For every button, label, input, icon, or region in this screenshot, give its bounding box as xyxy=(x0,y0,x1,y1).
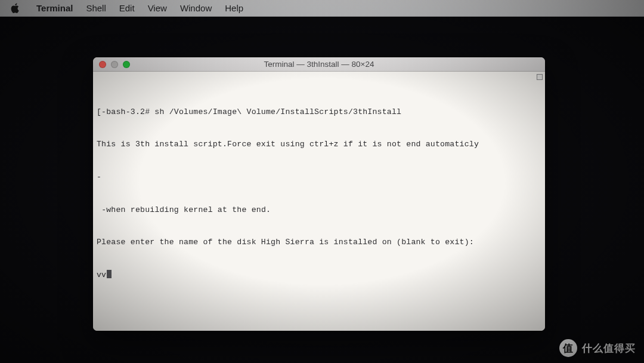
terminal-line: This is 3th install script.Force exit us… xyxy=(97,139,541,150)
window-title: Terminal — 3thInstall — 80×24 xyxy=(93,60,545,69)
apple-menu-icon[interactable] xyxy=(11,3,20,13)
terminal-line: -when rebuilding kernel at the end. xyxy=(97,205,541,216)
menubar-item-shell[interactable]: Shell xyxy=(86,3,106,13)
menubar-item-window[interactable]: Window xyxy=(180,3,212,13)
terminal-output[interactable]: [-bash-3.2# sh /Volumes/Image\ Volume/In… xyxy=(93,72,545,331)
terminal-line: Please enter the name of the disk High S… xyxy=(97,237,541,248)
cursor-icon xyxy=(107,270,112,278)
scrollbar-thumb-icon[interactable] xyxy=(537,74,543,80)
terminal-input-text: vv xyxy=(97,270,106,279)
menubar-item-help[interactable]: Help xyxy=(225,3,243,13)
watermark: 值 什么值得买 xyxy=(559,339,636,357)
watermark-text: 什么值得买 xyxy=(582,342,636,355)
menubar-item-edit[interactable]: Edit xyxy=(119,3,135,13)
menubar-app-name[interactable]: Terminal xyxy=(36,3,73,13)
minimize-icon[interactable] xyxy=(111,61,118,68)
terminal-line: [-bash-3.2# sh /Volumes/Image\ Volume/In… xyxy=(97,107,541,118)
window-controls xyxy=(93,61,130,68)
menubar: Terminal Shell Edit View Window Help xyxy=(0,0,644,17)
close-icon[interactable] xyxy=(99,61,106,68)
terminal-input-line[interactable]: vv xyxy=(97,270,541,281)
menubar-item-view[interactable]: View xyxy=(148,3,167,13)
window-titlebar[interactable]: Terminal — 3thInstall — 80×24 xyxy=(93,57,545,72)
terminal-window: Terminal — 3thInstall — 80×24 [-bash-3.2… xyxy=(93,57,545,331)
watermark-badge-icon: 值 xyxy=(559,339,577,357)
terminal-line: - xyxy=(97,172,541,183)
zoom-icon[interactable] xyxy=(123,61,130,68)
